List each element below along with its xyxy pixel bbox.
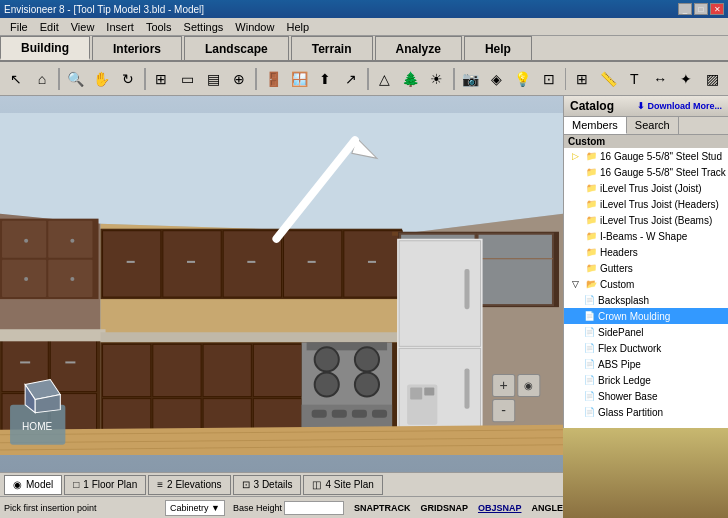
- catalog-tree[interactable]: Custom ▷ 📁 16 Gauge 5-5/8" Steel Stud 📁 …: [564, 135, 728, 472]
- tool-pan[interactable]: ✋: [90, 66, 114, 92]
- menu-tools[interactable]: Tools: [140, 20, 178, 34]
- svg-point-10: [24, 239, 28, 243]
- menu-insert[interactable]: Insert: [100, 20, 140, 34]
- cabinetry-label: Cabinetry ▼: [170, 503, 220, 513]
- item-icon: 📁: [584, 229, 598, 243]
- tool-symbol[interactable]: ✦: [674, 66, 698, 92]
- tab-analyze[interactable]: Analyze: [375, 36, 462, 60]
- tree-item-8[interactable]: 📁 Gutters: [564, 260, 728, 276]
- tool-select[interactable]: ↖: [4, 66, 28, 92]
- tool-plan[interactable]: ⊡: [537, 66, 561, 92]
- download-more-link[interactable]: ⬇ Download More...: [637, 101, 722, 111]
- tool-material[interactable]: ▨: [700, 66, 724, 92]
- tab-elevations[interactable]: ≡ 2 Elevations: [148, 475, 230, 495]
- svg-rect-40: [101, 332, 398, 342]
- tool-dimension[interactable]: ↔: [648, 66, 672, 92]
- tree-item-sidepanel[interactable]: 📄 SidePanel: [564, 324, 728, 340]
- menu-view[interactable]: View: [65, 20, 101, 34]
- item-icon: 📄: [582, 293, 596, 307]
- tab-landscape[interactable]: Landscape: [184, 36, 289, 60]
- tool-elevation[interactable]: ⬆: [313, 66, 337, 92]
- title-bar: Envisioneer 8 - [Tool Tip Model 3.bld - …: [0, 0, 728, 18]
- tree-item-7[interactable]: 📁 Headers: [564, 244, 728, 260]
- tree-item-4[interactable]: 📁 iLevel Trus Joist (Headers): [564, 196, 728, 212]
- tree-item-custom-folder[interactable]: ▽ 📂 Custom: [564, 276, 728, 292]
- tab-floor-plan[interactable]: □ 1 Floor Plan: [64, 475, 146, 495]
- svg-rect-57: [312, 410, 327, 418]
- svg-rect-28: [478, 234, 553, 305]
- snaptrack-toggle[interactable]: SNAPTRACK: [352, 503, 413, 513]
- svg-rect-7: [2, 260, 46, 297]
- tool-room[interactable]: ▤: [201, 66, 225, 92]
- menu-edit[interactable]: Edit: [34, 20, 65, 34]
- tool-3d[interactable]: ◈: [485, 66, 509, 92]
- gridsnap-toggle[interactable]: GRIDSNAP: [418, 503, 470, 513]
- tool-stair[interactable]: ↗: [339, 66, 363, 92]
- tree-item-backsplash[interactable]: 📄 Backsplash: [564, 292, 728, 308]
- catalog-header: Catalog ⬇ Download More...: [564, 96, 728, 117]
- tool-home[interactable]: ⌂: [30, 66, 54, 92]
- tool-rotate[interactable]: ↻: [116, 66, 140, 92]
- window-controls[interactable]: _ □ ✕: [678, 3, 724, 15]
- tree-item-2[interactable]: 📁 16 Gauge 5-5/8" Steel Track: [564, 164, 728, 180]
- viewport-3d[interactable]: HOME + - ◉: [0, 96, 563, 472]
- svg-rect-17: [223, 231, 281, 297]
- catalog-tab-members[interactable]: Members: [564, 117, 627, 134]
- toolbar-separator: [58, 68, 60, 90]
- close-button[interactable]: ✕: [710, 3, 724, 15]
- objsnap-toggle[interactable]: OBJSNAP: [476, 503, 524, 513]
- maximize-button[interactable]: □: [694, 3, 708, 15]
- tool-sun[interactable]: ☀: [425, 66, 449, 92]
- catalog-tab-search[interactable]: Search: [627, 117, 679, 134]
- tree-item-abs-pipe[interactable]: 📄 ABS Pipe: [564, 356, 728, 372]
- menu-file[interactable]: File: [4, 20, 34, 34]
- tab-building[interactable]: Building: [0, 36, 90, 60]
- main-area: HOME + - ◉ Catalog ⬇ Download More.: [0, 96, 728, 472]
- item-icon: 📄: [582, 357, 596, 371]
- tab-interiors[interactable]: Interiors: [92, 36, 182, 60]
- tool-roof[interactable]: △: [373, 66, 397, 92]
- tab-model[interactable]: ◉ Model: [4, 475, 62, 495]
- tool-walls[interactable]: ▭: [175, 66, 199, 92]
- tool-text[interactable]: T: [622, 66, 646, 92]
- item-icon: 📁: [584, 165, 598, 179]
- svg-rect-39: [0, 329, 106, 341]
- terrain-preview: [563, 428, 728, 518]
- tool-landscape[interactable]: 🌲: [399, 66, 423, 92]
- base-height-input[interactable]: [284, 501, 344, 515]
- tool-zoom-in[interactable]: 🔍: [64, 66, 88, 92]
- minimize-button[interactable]: _: [678, 3, 692, 15]
- svg-marker-1: [0, 113, 563, 234]
- svg-text:◉: ◉: [524, 380, 533, 391]
- tree-item-crown-moulding[interactable]: 📄 Crown Moulding: [564, 308, 728, 324]
- tab-details[interactable]: ⊡ 3 Details: [233, 475, 302, 495]
- tree-item-3[interactable]: 📁 iLevel Trus Joist (Joist): [564, 180, 728, 196]
- tree-item-brick-ledge[interactable]: 📄 Brick Ledge: [564, 372, 728, 388]
- svg-rect-58: [332, 410, 347, 418]
- tool-camera[interactable]: 📷: [459, 66, 483, 92]
- toolbar-separator-3: [255, 68, 257, 90]
- menu-window[interactable]: Window: [229, 20, 280, 34]
- tree-item-5[interactable]: 📁 iLevel Trus Joist (Beams): [564, 212, 728, 228]
- tool-measure[interactable]: 📏: [596, 66, 620, 92]
- tab-help[interactable]: Help: [464, 36, 532, 60]
- tool-render[interactable]: 💡: [511, 66, 535, 92]
- svg-rect-44: [203, 344, 251, 396]
- svg-rect-60: [372, 410, 387, 418]
- tree-item-1[interactable]: ▷ 📁 16 Gauge 5-5/8" Steel Stud: [564, 148, 728, 164]
- tab-site-plan[interactable]: ◫ 4 Site Plan: [303, 475, 382, 495]
- tree-item-6[interactable]: 📁 I-Beams - W Shape: [564, 228, 728, 244]
- tree-item-flex-ductwork[interactable]: 📄 Flex Ductwork: [564, 340, 728, 356]
- catalog-panel: Catalog ⬇ Download More... Members Searc…: [563, 96, 728, 472]
- menu-settings[interactable]: Settings: [178, 20, 230, 34]
- tab-terrain[interactable]: Terrain: [291, 36, 373, 60]
- tool-opening[interactable]: ⊕: [227, 66, 251, 92]
- tree-item-glass-partition[interactable]: 📄 Glass Partition: [564, 404, 728, 420]
- tree-item-shower-base[interactable]: 📄 Shower Base: [564, 388, 728, 404]
- tool-window[interactable]: 🪟: [287, 66, 311, 92]
- tool-door[interactable]: 🚪: [261, 66, 285, 92]
- cabinetry-dropdown[interactable]: Cabinetry ▼: [165, 500, 225, 516]
- tool-grid[interactable]: ⊞: [150, 66, 174, 92]
- tool-snap[interactable]: ⊞: [570, 66, 594, 92]
- menu-help[interactable]: Help: [280, 20, 315, 34]
